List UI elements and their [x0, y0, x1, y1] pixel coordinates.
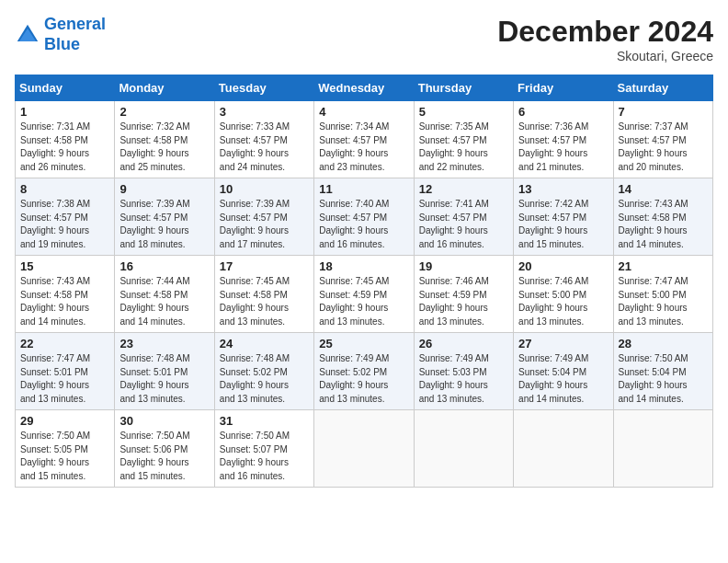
- day-number: 21: [619, 259, 708, 273]
- calendar-week-5: 29Sunrise: 7:50 AMSunset: 5:05 PMDayligh…: [16, 410, 713, 488]
- calendar-cell: 24Sunrise: 7:48 AMSunset: 5:02 PMDayligh…: [214, 333, 313, 410]
- logo: General Blue: [15, 15, 106, 54]
- day-number: 26: [419, 337, 508, 350]
- cell-info: Sunrise: 7:46 AMSunset: 5:00 PMDaylight:…: [518, 275, 608, 328]
- calendar-cell: 11Sunrise: 7:40 AMSunset: 4:57 PMDayligh…: [314, 178, 414, 256]
- calendar-cell: 1Sunrise: 7:31 AMSunset: 4:58 PMDaylight…: [16, 101, 115, 178]
- calendar-cell: 27Sunrise: 7:49 AMSunset: 5:04 PMDayligh…: [514, 333, 613, 410]
- cell-info: Sunrise: 7:39 AMSunset: 4:57 PMDaylight:…: [220, 198, 309, 251]
- calendar-cell: 19Sunrise: 7:46 AMSunset: 4:59 PMDayligh…: [414, 256, 513, 333]
- logo-text: General Blue: [44, 15, 106, 54]
- calendar-cell: 31Sunrise: 7:50 AMSunset: 5:07 PMDayligh…: [214, 410, 313, 488]
- calendar-cell: 16Sunrise: 7:44 AMSunset: 4:58 PMDayligh…: [115, 256, 214, 333]
- day-number: 3: [220, 105, 309, 119]
- day-number: 1: [20, 105, 109, 119]
- day-number: 31: [220, 414, 309, 428]
- col-sunday: Sunday: [16, 75, 115, 101]
- calendar-cell: [414, 410, 513, 488]
- calendar-cell: 2Sunrise: 7:32 AMSunset: 4:58 PMDaylight…: [115, 101, 214, 178]
- cell-info: Sunrise: 7:38 AMSunset: 4:57 PMDaylight:…: [20, 198, 109, 251]
- day-number: 17: [220, 259, 309, 273]
- day-number: 11: [319, 182, 408, 196]
- day-number: 18: [319, 259, 408, 273]
- day-number: 30: [119, 414, 209, 428]
- calendar-cell: 29Sunrise: 7:50 AMSunset: 5:05 PMDayligh…: [16, 410, 115, 488]
- logo-icon: [15, 22, 40, 48]
- cell-info: Sunrise: 7:46 AMSunset: 4:59 PMDaylight:…: [419, 275, 508, 328]
- calendar-cell: 22Sunrise: 7:47 AMSunset: 5:01 PMDayligh…: [16, 333, 115, 410]
- calendar-cell: 25Sunrise: 7:49 AMSunset: 5:02 PMDayligh…: [314, 333, 414, 410]
- cell-info: Sunrise: 7:50 AMSunset: 5:05 PMDaylight:…: [20, 430, 109, 483]
- calendar-cell: 7Sunrise: 7:37 AMSunset: 4:57 PMDaylight…: [613, 101, 712, 178]
- col-wednesday: Wednesday: [314, 75, 414, 101]
- calendar-week-2: 8Sunrise: 7:38 AMSunset: 4:57 PMDaylight…: [16, 178, 713, 256]
- day-number: 13: [518, 182, 608, 196]
- calendar-week-1: 1Sunrise: 7:31 AMSunset: 4:58 PMDaylight…: [16, 101, 713, 178]
- cell-info: Sunrise: 7:50 AMSunset: 5:07 PMDaylight:…: [220, 430, 309, 483]
- day-number: 29: [20, 414, 109, 428]
- day-number: 12: [419, 182, 508, 196]
- day-number: 10: [220, 182, 309, 196]
- col-tuesday: Tuesday: [214, 75, 313, 101]
- col-monday: Monday: [115, 75, 214, 101]
- cell-info: Sunrise: 7:45 AMSunset: 4:59 PMDaylight:…: [319, 275, 408, 328]
- calendar-cell: [314, 410, 414, 488]
- cell-info: Sunrise: 7:47 AMSunset: 5:00 PMDaylight:…: [619, 275, 708, 328]
- cell-info: Sunrise: 7:47 AMSunset: 5:01 PMDaylight:…: [20, 352, 109, 406]
- calendar-week-4: 22Sunrise: 7:47 AMSunset: 5:01 PMDayligh…: [16, 333, 713, 410]
- calendar-cell: 23Sunrise: 7:48 AMSunset: 5:01 PMDayligh…: [115, 333, 214, 410]
- col-saturday: Saturday: [613, 75, 712, 101]
- day-number: 14: [619, 182, 708, 196]
- day-number: 7: [619, 105, 708, 119]
- cell-info: Sunrise: 7:36 AMSunset: 4:57 PMDaylight:…: [518, 121, 608, 174]
- calendar-table: Sunday Monday Tuesday Wednesday Thursday…: [15, 75, 713, 488]
- cell-info: Sunrise: 7:50 AMSunset: 5:06 PMDaylight:…: [119, 430, 209, 483]
- day-number: 16: [119, 259, 209, 273]
- calendar-cell: 20Sunrise: 7:46 AMSunset: 5:00 PMDayligh…: [514, 256, 613, 333]
- calendar-cell: 30Sunrise: 7:50 AMSunset: 5:06 PMDayligh…: [115, 410, 214, 488]
- calendar-cell: 5Sunrise: 7:35 AMSunset: 4:57 PMDaylight…: [414, 101, 513, 178]
- cell-info: Sunrise: 7:41 AMSunset: 4:57 PMDaylight:…: [419, 198, 508, 251]
- cell-info: Sunrise: 7:42 AMSunset: 4:57 PMDaylight:…: [518, 198, 608, 251]
- day-number: 23: [119, 337, 209, 350]
- day-number: 4: [319, 105, 408, 119]
- day-number: 8: [20, 182, 109, 196]
- day-number: 27: [518, 337, 608, 350]
- calendar-cell: 13Sunrise: 7:42 AMSunset: 4:57 PMDayligh…: [514, 178, 613, 256]
- calendar-cell: 18Sunrise: 7:45 AMSunset: 4:59 PMDayligh…: [314, 256, 414, 333]
- day-number: 9: [119, 182, 209, 196]
- cell-info: Sunrise: 7:35 AMSunset: 4:57 PMDaylight:…: [419, 121, 508, 174]
- day-number: 19: [419, 259, 508, 273]
- month-title: December 2024: [497, 15, 713, 49]
- calendar-cell: 28Sunrise: 7:50 AMSunset: 5:04 PMDayligh…: [613, 333, 712, 410]
- cell-info: Sunrise: 7:40 AMSunset: 4:57 PMDaylight:…: [319, 198, 408, 251]
- calendar-cell: 14Sunrise: 7:43 AMSunset: 4:58 PMDayligh…: [613, 178, 712, 256]
- calendar-cell: [514, 410, 613, 488]
- cell-info: Sunrise: 7:33 AMSunset: 4:57 PMDaylight:…: [220, 121, 309, 174]
- cell-info: Sunrise: 7:34 AMSunset: 4:57 PMDaylight:…: [319, 121, 408, 174]
- cell-info: Sunrise: 7:31 AMSunset: 4:58 PMDaylight:…: [20, 121, 109, 174]
- day-number: 5: [419, 105, 508, 119]
- cell-info: Sunrise: 7:49 AMSunset: 5:03 PMDaylight:…: [419, 352, 508, 406]
- cell-info: Sunrise: 7:49 AMSunset: 5:02 PMDaylight:…: [319, 352, 408, 406]
- calendar-header-row: Sunday Monday Tuesday Wednesday Thursday…: [16, 75, 713, 101]
- day-number: 24: [220, 337, 309, 350]
- calendar-cell: [613, 410, 712, 488]
- calendar-cell: 4Sunrise: 7:34 AMSunset: 4:57 PMDaylight…: [314, 101, 414, 178]
- day-number: 28: [619, 337, 708, 350]
- cell-info: Sunrise: 7:49 AMSunset: 5:04 PMDaylight:…: [518, 352, 608, 406]
- calendar-cell: 15Sunrise: 7:43 AMSunset: 4:58 PMDayligh…: [16, 256, 115, 333]
- cell-info: Sunrise: 7:45 AMSunset: 4:58 PMDaylight:…: [220, 275, 309, 328]
- calendar-cell: 21Sunrise: 7:47 AMSunset: 5:00 PMDayligh…: [613, 256, 712, 333]
- day-number: 15: [20, 259, 109, 273]
- calendar-cell: 10Sunrise: 7:39 AMSunset: 4:57 PMDayligh…: [214, 178, 313, 256]
- cell-info: Sunrise: 7:43 AMSunset: 4:58 PMDaylight:…: [20, 275, 109, 328]
- day-number: 22: [20, 337, 109, 350]
- logo-line2: Blue: [44, 35, 80, 53]
- calendar-cell: 17Sunrise: 7:45 AMSunset: 4:58 PMDayligh…: [214, 256, 313, 333]
- calendar-cell: 9Sunrise: 7:39 AMSunset: 4:57 PMDaylight…: [115, 178, 214, 256]
- title-block: December 2024 Skoutari, Greece: [497, 15, 713, 63]
- page-header: General Blue December 2024 Skoutari, Gre…: [15, 15, 713, 63]
- cell-info: Sunrise: 7:44 AMSunset: 4:58 PMDaylight:…: [119, 275, 209, 328]
- cell-info: Sunrise: 7:48 AMSunset: 5:02 PMDaylight:…: [220, 352, 309, 406]
